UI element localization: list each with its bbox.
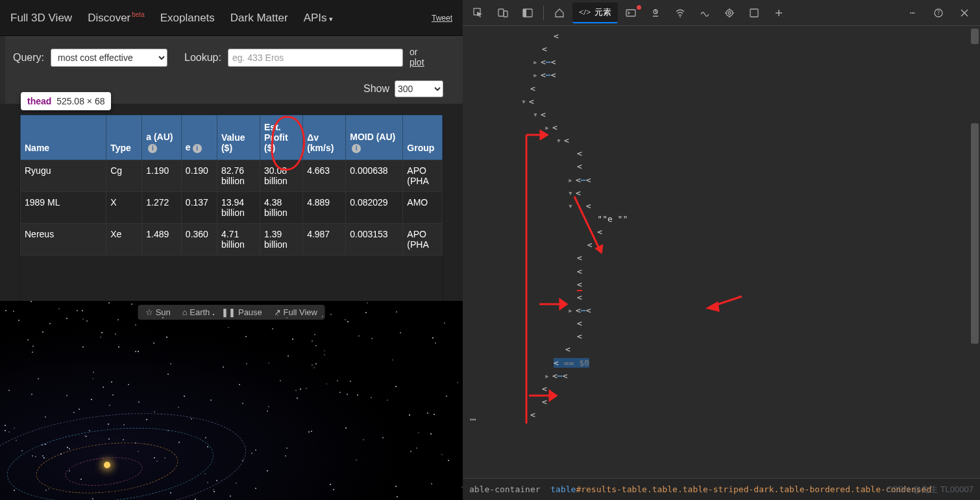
cell-value: 13.94 billion bbox=[217, 192, 260, 224]
help-icon[interactable]: ? bbox=[927, 3, 950, 23]
earth-label: Earth bbox=[190, 307, 210, 317]
crumb-id: #results-table bbox=[576, 484, 647, 494]
cell-value: 4.71 billion bbox=[217, 224, 260, 256]
elements-tab[interactable]: </>元素 bbox=[572, 3, 618, 23]
nav-full3d[interactable]: Full 3D View bbox=[10, 12, 72, 25]
table-row[interactable]: 1989 MLX1.2720.13713.94 billion4.38 bill… bbox=[21, 192, 443, 224]
space-toolbar: ☆ Sun ⌂ Earth ❚❚ Pause ↗ Full View bbox=[138, 305, 325, 320]
dock-icon[interactable] bbox=[516, 3, 539, 23]
scrollbar-track[interactable] bbox=[970, 26, 980, 478]
watermark: CSDN @先生 TL00007 bbox=[886, 484, 974, 495]
cell-profit: 4.38 billion bbox=[260, 192, 303, 224]
cell-dv: 4.663 bbox=[303, 160, 346, 192]
drawer-handle[interactable]: ⋯ bbox=[466, 413, 480, 423]
info-icon: i bbox=[193, 144, 202, 153]
sun-label: Sun bbox=[156, 307, 171, 317]
query-bar: Query: most cost effective Lookup: or pl… bbox=[0, 36, 463, 78]
cell-dv: 4.987 bbox=[303, 224, 346, 256]
th-a[interactable]: a (AU)i bbox=[142, 115, 182, 160]
pause-button[interactable]: ❚❚ Pause bbox=[221, 307, 262, 317]
cell-group: APO (PHA bbox=[403, 160, 443, 192]
show-label: Show bbox=[363, 83, 389, 95]
nav-discover[interactable]: Discoverbeta bbox=[88, 11, 145, 25]
svg-point-8 bbox=[726, 10, 733, 16]
memory-icon[interactable] bbox=[718, 3, 741, 23]
plot-link[interactable]: plot bbox=[410, 58, 424, 67]
console-icon[interactable] bbox=[619, 3, 643, 23]
more-icon[interactable]: ⋯ bbox=[901, 3, 924, 23]
scrollbar-thumb[interactable] bbox=[971, 123, 979, 344]
pause-label: Pause bbox=[238, 307, 262, 317]
cell-name: Nereus bbox=[21, 224, 106, 256]
cell-group: APO (PHA bbox=[403, 224, 443, 256]
th-a-label: a (AU) bbox=[146, 132, 173, 142]
fullview-label: Full View bbox=[283, 307, 317, 317]
th-moid[interactable]: MOID (AU)i bbox=[346, 115, 403, 160]
device-icon[interactable] bbox=[491, 3, 515, 23]
table-row[interactable]: RyuguCg1.1900.19082.76 billion30.08 bill… bbox=[21, 160, 443, 192]
breadcrumb[interactable]: able-container table#results-table.table… bbox=[463, 478, 980, 500]
add-tab-icon[interactable] bbox=[767, 3, 790, 23]
crumb-fragment: able-container bbox=[469, 484, 541, 494]
inspect-icon[interactable] bbox=[467, 3, 490, 23]
element-tooltip: thead 525.08 × 68 bbox=[21, 92, 111, 110]
network-icon[interactable] bbox=[668, 3, 692, 23]
info-icon: i bbox=[352, 144, 361, 153]
th-group[interactable]: Group bbox=[403, 115, 443, 160]
th-dv[interactable]: Δv (km/s) bbox=[303, 115, 346, 160]
results-table: Name Type a (AU)i ei Value ($) Est. Prof… bbox=[20, 115, 443, 256]
cell-e: 0.360 bbox=[181, 224, 217, 256]
results-thead: Name Type a (AU)i ei Value ($) Est. Prof… bbox=[21, 115, 443, 160]
results-table-container: Name Type a (AU)i ei Value ($) Est. Prof… bbox=[19, 114, 443, 302]
query-label: Query: bbox=[13, 52, 44, 64]
nav-exoplanets[interactable]: Exoplanets bbox=[160, 12, 215, 25]
dom-tree[interactable]: <<▸<⋯<▸<⋯<<▾<▾<▸<▾<<<▸<⋯<▾<▾ < ""e "" < … bbox=[463, 26, 968, 478]
cell-a: 1.190 bbox=[142, 160, 182, 192]
nav-darkmatter[interactable]: Dark Matter bbox=[230, 12, 288, 25]
cell-type: Xe bbox=[106, 224, 142, 256]
crumb-tag[interactable]: table bbox=[550, 484, 576, 494]
cell-name: Ryugu bbox=[21, 160, 106, 192]
application-icon[interactable] bbox=[742, 3, 766, 23]
lookup-input[interactable] bbox=[228, 49, 403, 67]
performance-icon[interactable] bbox=[693, 3, 717, 23]
nav-apis[interactable]: APIs bbox=[304, 12, 333, 25]
scrollbar-up[interactable] bbox=[971, 29, 979, 44]
cell-a: 1.489 bbox=[142, 224, 182, 256]
th-type[interactable]: Type bbox=[106, 115, 142, 160]
sun-button[interactable]: ☆ Sun bbox=[145, 307, 171, 317]
svg-rect-5 bbox=[626, 10, 635, 16]
navbar: Full 3D View Discoverbeta Exoplanets Dar… bbox=[0, 0, 463, 36]
svg-text:?: ? bbox=[937, 10, 940, 16]
sources-icon[interactable] bbox=[644, 3, 667, 23]
or-text: or bbox=[410, 47, 417, 57]
cell-group: AMO bbox=[403, 192, 443, 224]
cell-a: 1.272 bbox=[142, 192, 182, 224]
fullview-button[interactable]: ↗ Full View bbox=[274, 307, 317, 317]
query-select[interactable]: most cost effective bbox=[51, 49, 167, 67]
th-value[interactable]: Value ($) bbox=[217, 115, 260, 160]
tweet-link[interactable]: Tweet bbox=[432, 14, 452, 23]
info-icon: i bbox=[148, 144, 157, 153]
devtools-tabbar: </>元素 ⋯ ? bbox=[463, 0, 980, 26]
cell-e: 0.190 bbox=[181, 160, 217, 192]
th-name[interactable]: Name bbox=[21, 115, 106, 160]
cell-moid: 0.003153 bbox=[346, 224, 403, 256]
welcome-icon[interactable] bbox=[548, 3, 571, 23]
cell-name: 1989 ML bbox=[21, 192, 106, 224]
cell-e: 0.137 bbox=[181, 192, 217, 224]
svg-rect-1 bbox=[498, 9, 504, 16]
th-profit[interactable]: Est. Profit ($) bbox=[260, 115, 303, 160]
close-icon[interactable] bbox=[953, 3, 976, 23]
cell-moid: 0.082029 bbox=[346, 192, 403, 224]
svg-rect-4 bbox=[523, 9, 526, 17]
show-select[interactable]: 300 bbox=[395, 80, 443, 97]
cell-value: 82.76 billion bbox=[217, 160, 260, 192]
tooltip-dims: 525.08 × 68 bbox=[56, 96, 104, 106]
svg-rect-10 bbox=[750, 9, 758, 17]
table-row[interactable]: NereusXe1.4890.3604.71 billion1.39 billi… bbox=[21, 224, 443, 256]
svg-rect-2 bbox=[504, 11, 508, 17]
earth-button[interactable]: ⌂ Earth bbox=[182, 307, 210, 317]
th-e[interactable]: ei bbox=[181, 115, 217, 160]
space-view[interactable]: ☆ Sun ⌂ Earth ❚❚ Pause ↗ Full View bbox=[0, 301, 463, 500]
